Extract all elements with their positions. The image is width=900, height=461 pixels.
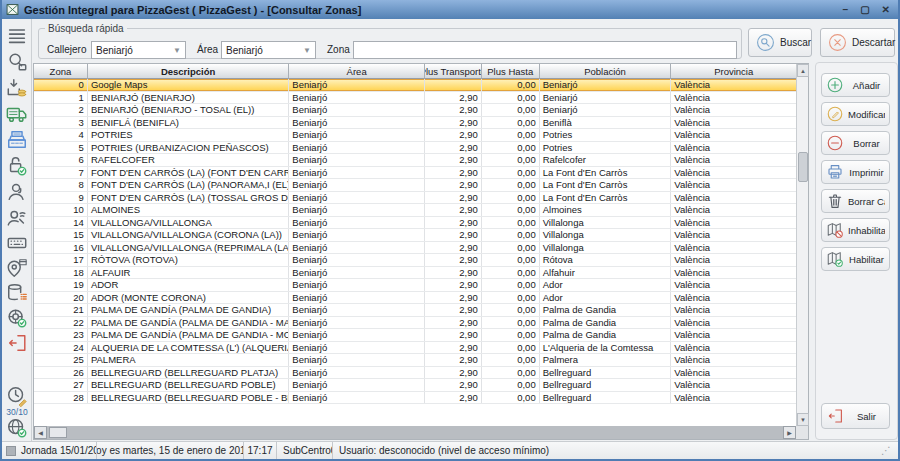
keyboard-icon[interactable]: [6, 232, 28, 254]
cell-descripcion: PALMA DE GANDÍA (PALMA DE GANDIA): [88, 304, 289, 316]
cell-plus_transporte: 2,90: [425, 367, 482, 379]
table-row[interactable]: 28BELLREGUARD (BELLREGUARD POBLE - BELLR…: [34, 392, 796, 405]
table-row[interactable]: 19ADORBeniarjó2,900,00AdorValència: [34, 279, 796, 292]
padlock-check-icon[interactable]: [6, 155, 28, 177]
scroll-up-icon[interactable]: ▲: [797, 64, 809, 77]
support-agent-icon[interactable]: [6, 181, 28, 203]
table-row[interactable]: 26BELLREGUARD (BELLREGUARD PLATJA)Beniar…: [34, 367, 796, 380]
area-select[interactable]: Beniarjó ▼: [221, 41, 316, 59]
usuario-text: Usuario: desconocido (nivel de acceso mí…: [339, 445, 549, 456]
table-row[interactable]: 1BENIARJÓ (BENIARJO)Beniarjó2,900,00Beni…: [34, 92, 796, 105]
globe-check-icon[interactable]: [6, 417, 28, 439]
table-row[interactable]: 0Google MapsBeniarjó0,00BeniarjóValència: [34, 79, 796, 92]
table-row[interactable]: 14VILALLONGA/VILLALONGABeniarjó2,900,00V…: [34, 217, 796, 230]
table-row[interactable]: 25PALMERABeniarjó2,900,00PalmeraValència: [34, 354, 796, 367]
buscar-button[interactable]: Buscar: [748, 28, 812, 57]
magnifier-icon: [756, 33, 775, 52]
borrar-button[interactable]: Borrar: [821, 131, 890, 155]
habilitar-label: Habilitar: [848, 254, 885, 265]
cell-plus_transporte: 2,90: [425, 317, 482, 329]
plus-circle-icon: [826, 76, 844, 94]
cell-descripcion: ALMOINES: [88, 204, 289, 216]
cell-area: Beniarjó: [289, 179, 425, 191]
column-header-plus_transporte[interactable]: Plus Transporte: [425, 64, 482, 79]
quick-search-panel: Búsqueda rápida Callejero Beniarjó ▼ Áre…: [38, 23, 742, 59]
delivery-truck-icon[interactable]: [6, 103, 28, 125]
exit-icon[interactable]: [6, 332, 28, 354]
app-window: Gestión Integral para PizzaGest ( PizzaG…: [0, 0, 900, 461]
table-row[interactable]: 8FONT D'EN CARRÒS (LA) (PANORAMA,I (EL))…: [34, 179, 796, 192]
column-header-provincia[interactable]: Provincia: [671, 64, 796, 79]
modificar-button[interactable]: Modificar: [821, 102, 890, 126]
table-row[interactable]: 6RAFELCOFERBeniarjó2,900,00RafelcoferVal…: [34, 154, 796, 167]
cell-plus_transporte: 2,90: [425, 129, 482, 141]
table-row[interactable]: 21PALMA DE GANDÍA (PALMA DE GANDIA)Benia…: [34, 304, 796, 317]
cell-plus_hasta: 0,00: [482, 367, 540, 379]
database-icon[interactable]: [6, 282, 28, 304]
table-row[interactable]: 20ADOR (MONTE CORONA)Beniarjó2,900,00Ado…: [34, 292, 796, 305]
table-row[interactable]: 10ALMOINESBeniarjó2,900,00AlmoinesValènc…: [34, 204, 796, 217]
menu-icon[interactable]: [6, 25, 28, 47]
close-button[interactable]: ✕: [882, 4, 890, 15]
table-row[interactable]: 4POTRIESBeniarjó2,900,00PotriesValència: [34, 129, 796, 142]
table-row[interactable]: 9FONT D'EN CARRÒS (LA) (TOSSAL GROS D'EN…: [34, 192, 796, 205]
table-row[interactable]: 18ALFAUIRBeniarjó2,900,00AlfahuirValènci…: [34, 267, 796, 280]
search-icon[interactable]: [6, 51, 28, 73]
maximize-button[interactable]: ▢: [860, 4, 869, 15]
habilitar-button[interactable]: Habilitar: [821, 247, 890, 271]
zona-input[interactable]: [353, 41, 737, 59]
cell-area: Beniarjó: [289, 267, 425, 279]
table-row[interactable]: 2BENIARJÓ (BENIARJO - TOSAL (EL))Beniarj…: [34, 104, 796, 117]
table-row[interactable]: 23PALMA DE GANDÍA (PALMA DE GANDIA - MON…: [34, 329, 796, 342]
cell-plus_transporte: 2,90: [425, 217, 482, 229]
imprimir-button[interactable]: Imprimir: [821, 160, 890, 184]
caller-icon[interactable]: [6, 207, 28, 229]
callejero-select[interactable]: Beniarjó ▼: [91, 41, 186, 59]
salir-button[interactable]: Salir: [821, 403, 890, 429]
horizontal-scrollbar[interactable]: ◀ ▶: [34, 426, 796, 439]
cash-register-icon[interactable]: [6, 129, 28, 151]
table-row[interactable]: 22PALMA DE GANDÍA (PALMA DE GANDIA - MAR…: [34, 317, 796, 330]
borrar-calles-button[interactable]: Borrar Calles: [821, 189, 890, 213]
table-row[interactable]: 17RÓTOVA (ROTOVA)Beniarjó2,900,00RótovaV…: [34, 254, 796, 267]
cell-poblacion: Palma de Gandia: [540, 317, 672, 329]
lifesaver-check-icon[interactable]: [6, 307, 28, 329]
cell-area: Beniarjó: [289, 154, 425, 166]
column-header-plus_hasta[interactable]: Plus Hasta: [482, 64, 540, 79]
column-header-zona[interactable]: Zona: [34, 64, 88, 79]
resize-grip[interactable]: ⋰: [881, 445, 894, 456]
scroll-left-icon[interactable]: ◀: [34, 426, 47, 439]
scroll-down-icon[interactable]: ▼: [797, 413, 809, 426]
titlebar: Gestión Integral para PizzaGest ( PizzaG…: [0, 0, 900, 19]
cell-poblacion: Rafelcofer: [540, 154, 672, 166]
table-row[interactable]: 7FONT D'EN CARRÒS (LA) (FONT D'EN CARROS…: [34, 167, 796, 180]
table-row[interactable]: 15VILALLONGA/VILLALONGA (CORONA (LA))Ben…: [34, 229, 796, 242]
table-row[interactable]: 3BENIFLÁ (BENIFLA)Beniarjó2,900,00Benifl…: [34, 117, 796, 130]
inbox-download-icon[interactable]: [6, 77, 28, 99]
cell-provincia: València: [671, 192, 796, 204]
vertical-scroll-thumb[interactable]: [798, 152, 808, 182]
table-row[interactable]: 16VILALLONGA/VILLALONGA (REPRIMALA (LA))…: [34, 242, 796, 255]
cell-zona: 9: [34, 192, 88, 204]
clock-edit-icon[interactable]: [6, 385, 28, 407]
minimize-button[interactable]: –: [843, 4, 849, 15]
cell-descripcion: VILALLONGA/VILLALONGA: [88, 217, 289, 229]
table-row[interactable]: 24ALQUERIA DE LA COMTESSA (L') (ALQUERIA…: [34, 342, 796, 355]
vertical-scrollbar[interactable]: ▲ ▼: [796, 64, 808, 426]
table-row[interactable]: 5POTRIES (URBANIZACION PEÑASCOS)Beniarjó…: [34, 142, 796, 155]
horizontal-scroll-thumb[interactable]: [49, 427, 67, 438]
cell-plus_transporte: 2,90: [425, 104, 482, 116]
column-header-area[interactable]: Área: [289, 64, 425, 79]
inhabilitar-button[interactable]: Inhabilitar: [821, 218, 890, 242]
table-row[interactable]: 27BELLREGUARD (BELLREGUARD POBLE)Beniarj…: [34, 379, 796, 392]
column-header-descripcion[interactable]: Descripción: [88, 64, 289, 79]
store-pin-icon[interactable]: [6, 257, 28, 279]
scroll-right-icon[interactable]: ▶: [783, 426, 796, 439]
cell-zona: 19: [34, 279, 88, 291]
cell-area: Beniarjó: [289, 229, 425, 241]
zones-table: ZonaDescripciónÁreaPlus TransportePlus H…: [33, 63, 809, 440]
cell-area: Beniarjó: [289, 192, 425, 204]
descartar-button[interactable]: Descartar: [820, 28, 895, 57]
anadir-button[interactable]: Añadir: [821, 73, 890, 97]
column-header-poblacion[interactable]: Población: [540, 64, 672, 79]
